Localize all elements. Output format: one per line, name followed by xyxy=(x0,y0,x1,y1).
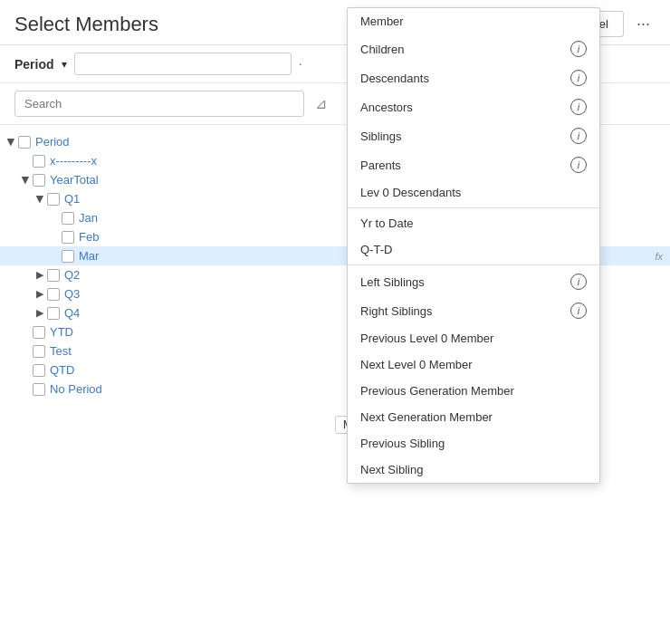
dropdown-item-label-prevsibling: Previous Sibling xyxy=(360,437,445,450)
dropdown-item-children[interactable]: Childreni xyxy=(348,34,599,63)
period-dropdown-arrow[interactable]: ▾ xyxy=(62,58,67,71)
more-icon: ··· xyxy=(636,14,650,33)
dropdown-item-label-descendants: Descendants xyxy=(360,72,429,85)
info-icon-leftsiblings[interactable]: i xyxy=(570,274,587,290)
dropdown-item-lev0descendants[interactable]: Lev 0 Descendants xyxy=(348,179,599,206)
dropdown-item-siblings[interactable]: Siblingsi xyxy=(348,121,599,150)
dropdown-item-label-parents: Parents xyxy=(360,159,401,172)
tree-label-feb[interactable]: Feb xyxy=(79,230,99,244)
dropdown-item-label-nextlevel0: Next Level 0 Member xyxy=(360,358,473,371)
dropdown-item-label-children: Children xyxy=(360,43,404,56)
dropdown-separator xyxy=(348,207,599,208)
tree-label-q4[interactable]: Q4 xyxy=(64,306,80,320)
dropdown-item-parents[interactable]: Parentsi xyxy=(348,150,599,179)
dropdown-item-label-nextsibling: Next Sibling xyxy=(360,463,423,476)
dropdown-item-label-siblings: Siblings xyxy=(360,130,402,143)
tree-label-period[interactable]: Period xyxy=(35,135,70,149)
tree-label-yeartotal[interactable]: YearTotal xyxy=(50,173,99,187)
info-icon-parents[interactable]: i xyxy=(570,157,587,173)
dropdown-item-nextlevel0[interactable]: Next Level 0 Member xyxy=(348,351,599,378)
info-icon-ancestors[interactable]: i xyxy=(570,99,587,115)
dropdown-item-prevlevel0[interactable]: Previous Level 0 Member xyxy=(348,325,599,351)
dropdown-item-label-ancestors: Ancestors xyxy=(360,101,413,114)
expand-arrow-q1[interactable] xyxy=(33,193,47,205)
more-button[interactable]: ··· xyxy=(631,13,656,35)
dropdown-item-prevsibling[interactable]: Previous Sibling xyxy=(348,430,599,457)
info-icon-rightsiblings[interactable]: i xyxy=(570,303,587,319)
tree-checkbox-qtd[interactable] xyxy=(33,364,45,377)
dropdown-item-label-yrtodate: Yr to Date xyxy=(360,216,414,230)
dropdown-item-rightsiblings[interactable]: Right Siblingsi xyxy=(348,296,599,325)
expand-arrow-q3[interactable] xyxy=(33,288,47,300)
expand-arrow-q4[interactable] xyxy=(33,307,47,319)
tree-checkbox-q3[interactable] xyxy=(47,288,60,301)
period-label: Period xyxy=(14,57,54,72)
tree-label-qtd[interactable]: QTD xyxy=(50,363,74,377)
expand-arrow-period[interactable] xyxy=(4,136,18,148)
tree-checkbox-yeartotal[interactable] xyxy=(33,174,45,187)
info-icon-siblings[interactable]: i xyxy=(570,128,587,144)
tree-checkbox-period[interactable] xyxy=(18,136,31,149)
tree-checkbox-feb[interactable] xyxy=(62,231,74,244)
tree-checkbox-test[interactable] xyxy=(33,345,45,358)
dropdown-item-label-nextgen: Next Generation Member xyxy=(360,410,493,424)
fx-badge: fx xyxy=(655,251,663,262)
expand-arrow-yeartotal[interactable] xyxy=(18,174,33,186)
info-icon-descendants[interactable]: i xyxy=(570,70,587,86)
filter-icon: ⊿ xyxy=(315,96,327,111)
dropdown-item-label-prevgen: Previous Generation Member xyxy=(360,384,514,398)
dropdown-item-nextsibling[interactable]: Next Sibling xyxy=(348,457,599,483)
tree-checkbox-mar[interactable] xyxy=(62,250,74,263)
tree-label-no-period[interactable]: No Period xyxy=(50,382,102,396)
dropdown-item-yrtodate[interactable]: Yr to Date xyxy=(348,210,599,236)
info-icon-children[interactable]: i xyxy=(570,41,587,57)
tree-checkbox-ytd[interactable] xyxy=(33,326,45,339)
tree-label-mar[interactable]: Mar xyxy=(79,249,99,263)
tree-label-q1[interactable]: Q1 xyxy=(64,192,80,206)
dropdown-separator xyxy=(348,264,599,265)
dropdown-item-prevgen[interactable]: Previous Generation Member xyxy=(348,378,599,404)
dropdown-item-member[interactable]: Member xyxy=(348,8,599,34)
dropdown-item-label-leftsiblings: Left Siblings xyxy=(360,275,425,289)
dropdown-menu: MemberChildreniDescendantsiAncestorsiSib… xyxy=(347,7,600,484)
tree-checkbox-jan[interactable] xyxy=(62,212,74,225)
tree-label-jan[interactable]: Jan xyxy=(79,211,98,225)
search-input[interactable] xyxy=(14,91,304,117)
tree-checkbox-q1[interactable] xyxy=(47,193,60,206)
tree-label-q3[interactable]: Q3 xyxy=(64,287,80,301)
tree-label-ytd[interactable]: YTD xyxy=(50,325,73,339)
tree-label-q2[interactable]: Q2 xyxy=(64,268,80,282)
dropdown-item-label-qtd: Q-T-D xyxy=(360,243,392,256)
period-input[interactable] xyxy=(74,53,292,75)
filter-button[interactable]: ⊿ xyxy=(308,91,334,116)
dropdown-item-label-member: Member xyxy=(360,14,404,28)
dropdown-item-ancestors[interactable]: Ancestorsi xyxy=(348,92,599,121)
tree-checkbox-q4[interactable] xyxy=(47,307,60,320)
dropdown-item-qtd[interactable]: Q-T-D xyxy=(348,236,599,263)
tree-label-x-x[interactable]: x---------x xyxy=(50,154,97,168)
main-panel: Select Members Cancel ··· Period ▾ · ⊿ P… xyxy=(0,0,670,644)
tree-checkbox-no-period[interactable] xyxy=(33,383,45,396)
period-dot: · xyxy=(299,56,302,72)
dropdown-item-label-prevlevel0: Previous Level 0 Member xyxy=(360,332,493,345)
dropdown-item-leftsiblings[interactable]: Left Siblingsi xyxy=(348,267,599,296)
tree-checkbox-q2[interactable] xyxy=(47,269,60,282)
dropdown-item-descendants[interactable]: Descendantsi xyxy=(348,63,599,92)
dropdown-item-label-rightsiblings: Right Siblings xyxy=(360,304,433,318)
dropdown-item-nextgen[interactable]: Next Generation Member xyxy=(348,404,599,430)
page-title: Select Members xyxy=(14,13,158,36)
expand-arrow-q2[interactable] xyxy=(33,269,47,281)
tree-label-test[interactable]: Test xyxy=(50,344,72,358)
dropdown-item-label-lev0descendants: Lev 0 Descendants xyxy=(360,186,461,199)
tree-checkbox-x-x[interactable] xyxy=(33,155,45,168)
